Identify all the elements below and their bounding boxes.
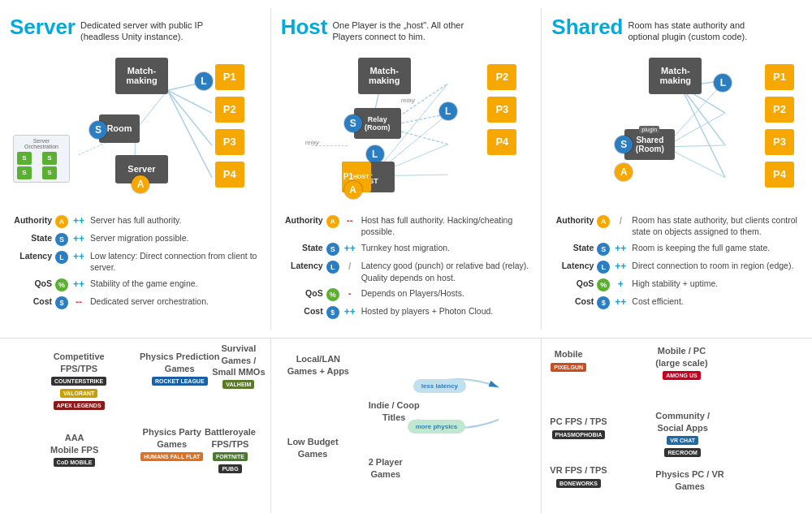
phasmo-tag: PHASMOPHOBIA [552, 430, 606, 439]
server-p1: P1 [215, 64, 244, 90]
orch-cell-4: S [42, 166, 57, 179]
h-qos-rating: - [342, 287, 358, 301]
pc-fps-tps: PC FPS / TPS PHASMOPHOBIA [550, 416, 607, 439]
apex-tag: APEX LEGENDS [54, 401, 105, 410]
cost-badge: $ [55, 296, 68, 309]
sh-authority-badge: A [597, 215, 610, 228]
host-legend-qos: QoS % - Depends on Players/Hosts. [281, 287, 532, 301]
boneworks-tag: BONEWORKS [556, 479, 601, 488]
less-latency-arrow: less latency [413, 379, 466, 393]
host-legend-latency: Latency L / Latency good (punch) or rela… [281, 260, 532, 283]
shared-a-badge: A [615, 163, 633, 181]
svg-line-2 [167, 90, 212, 145]
host-diagram: relay relay punch Match-making P2 P3 P4 … [281, 50, 532, 208]
host-p3: P3 [487, 97, 516, 123]
shared-header: Shared Room has state authority and opti… [551, 15, 802, 43]
h-latency-text: Latency good (punch) or relative bad (re… [361, 260, 532, 283]
h-qos-label: QoS [281, 287, 323, 300]
server-p2: P2 [215, 97, 244, 123]
state-text: Server migration possible. [90, 232, 261, 244]
h-authority-badge: A [326, 215, 339, 228]
server-column: Server Dedicated server with public IP (… [0, 8, 271, 330]
server-orch-grid: S S S S [17, 152, 66, 179]
relay-label-top: relay [401, 97, 415, 104]
mobile-game: Mobile PIXELGUN [550, 348, 587, 372]
server-desc: Dedicated server with public IP (headles… [80, 19, 227, 43]
shared-p3: P3 [765, 129, 794, 155]
vr-chat-tag: VR CHAT [667, 436, 698, 445]
sh-cost-label: Cost [551, 296, 594, 308]
h-latency-badge: L [326, 261, 339, 274]
pixelgun-tag: PIXELGUN [551, 363, 586, 372]
main-container: Server Dedicated server with public IP (… [0, 0, 812, 513]
latency-label: Latency [10, 250, 52, 262]
sh-cost-rating: ++ [612, 296, 628, 309]
h-latency-label: Latency [281, 260, 323, 272]
server-a-badge: A [132, 175, 149, 193]
vr-fps-tps: VR FPS / TPS BONEWORKS [550, 464, 607, 488]
host-p4: P4 [487, 129, 516, 155]
h-qos-badge: % [326, 288, 339, 301]
local-lan-games: Local/LANGames + Apps [287, 353, 349, 377]
sh-cost-badge: $ [597, 296, 610, 309]
cod-tag: CoD MOBILE [54, 458, 96, 467]
server-legend-state: State S ++ Server migration possible. [10, 232, 261, 246]
survival-games: Survival Games /Small MMOs VALHEIM [207, 343, 270, 390]
host-legend: Authority A -- Host has full authority. … [281, 214, 532, 320]
latency-text: Low latency: Direct connection from clie… [90, 250, 261, 274]
sh-qos-label: QoS [551, 278, 594, 290]
sh-qos-badge: % [597, 278, 610, 291]
host-a-badge: A [344, 181, 362, 199]
h-latency-rating: / [342, 260, 358, 274]
h-qos-text: Depends on Players/Hosts. [361, 287, 532, 300]
sh-latency-badge: L [597, 261, 610, 274]
shared-bottom-col: Mobile PIXELGUN PC FPS / TPS PHASMOPHOBI… [542, 339, 812, 513]
svg-line-4 [135, 90, 167, 131]
host-legend-authority: Authority A -- Host has full authority. … [281, 214, 532, 238]
orch-cell-2: S [42, 152, 57, 165]
cost-rating: -- [71, 296, 87, 309]
h-cost-label: Cost [281, 305, 323, 317]
humans-fall-flat-tag: HUMANS FALL FLAT [140, 452, 203, 461]
valheim-tag: VALHEIM [222, 380, 254, 389]
relay-label-left: relay [305, 139, 319, 146]
latency-badge: L [55, 251, 68, 264]
shared-desc: Room has state authority and optional pl… [628, 19, 775, 43]
h-state-badge: S [326, 243, 339, 256]
rocket-league-tag: ROCKET LEAGUE [152, 377, 208, 386]
qos-text: Stability of the game engine. [90, 278, 261, 290]
counterstrike-tag: COUNTERSTRIKE [51, 377, 106, 386]
sh-qos-text: High stability + uptime. [632, 278, 802, 290]
among-us-tag: AMONG US [663, 371, 701, 380]
h-cost-badge: $ [326, 306, 339, 319]
plugin-tag: plugin [639, 126, 659, 133]
competitive-fps: CompetitiveFPS/TPS COUNTERSTRIKE VALORAN… [50, 351, 107, 411]
authority-badge: A [55, 215, 68, 228]
server-title: Server [10, 15, 76, 40]
shared-legend-authority: Authority A / Room has state authority, … [551, 214, 802, 238]
authority-label: Authority [10, 214, 52, 226]
server-orch-title: Server Orchestration [17, 138, 66, 149]
cost-label: Cost [10, 296, 52, 308]
sh-state-label: State [551, 242, 594, 254]
cost-text: Dedicated server orchestration. [90, 296, 261, 308]
top-section: Server Dedicated server with public IP (… [0, 0, 812, 339]
latency-rating: ++ [71, 250, 87, 264]
host-bottom-col: Local/LANGames + Apps Indie / CoopTitles… [271, 339, 542, 513]
sh-latency-text: Direct connection to room in region (edg… [632, 260, 802, 272]
h-authority-rating: -- [342, 214, 358, 228]
svg-line-20 [681, 86, 726, 145]
shared-p4: P4 [765, 162, 794, 188]
h-authority-label: Authority [281, 214, 323, 226]
server-header: Server Dedicated server with public IP (… [10, 15, 261, 43]
h-cost-text: Hosted by players + Photon Cloud. [361, 305, 532, 317]
host-matchmaking-box: Match-making [358, 58, 411, 94]
host-p2: P2 [487, 64, 516, 90]
low-budget: Low BudgetGames [287, 436, 339, 459]
qos-badge: % [55, 278, 68, 291]
sh-authority-rating: / [612, 214, 628, 228]
community-social: Community /Social Apps VR CHAT RECROOM [655, 410, 710, 458]
host-l-relay-badge: L [366, 145, 384, 163]
server-s-badge: S [89, 121, 107, 139]
sh-state-rating: ++ [612, 242, 628, 256]
